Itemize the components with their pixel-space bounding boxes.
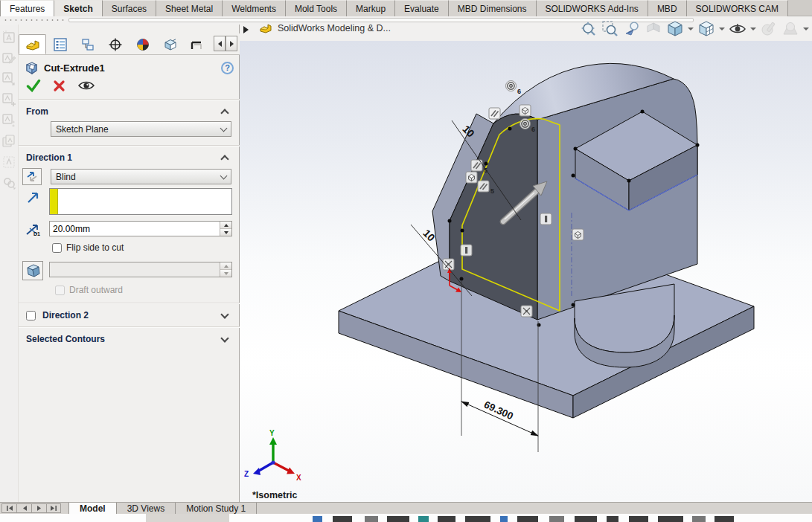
model-view[interactable]: 6 6 5 5 [240, 41, 812, 502]
reverse-direction-button[interactable] [22, 168, 42, 185]
help-button[interactable]: ? [221, 62, 234, 74]
spin-up-button[interactable] [220, 222, 231, 229]
zoom-to-area-icon[interactable] [601, 19, 620, 39]
relation-on-surface-icon[interactable] [572, 229, 584, 240]
relation-vertical-icon[interactable] [461, 245, 472, 256]
dimxpertmanager-tab[interactable] [101, 34, 129, 54]
flip-side-to-cut-row: Flip side to cut [52, 242, 124, 253]
tab-surfaces[interactable]: Surfaces [103, 0, 156, 16]
3d-views-tab[interactable]: 3D Views [117, 503, 176, 514]
scroll-left-icon [218, 41, 222, 47]
chain-tool-icon[interactable] [1, 175, 16, 191]
tab-weldments[interactable]: Weldments [223, 0, 286, 16]
draft-icon [25, 263, 41, 278]
featuremanager-design-tree-tab[interactable] [19, 34, 46, 54]
display-style-icon[interactable] [697, 19, 716, 39]
tab-solidworks-cam[interactable]: SOLIDWORKS CAM [687, 0, 788, 16]
previous-tab-button[interactable] [16, 503, 31, 513]
graphics-viewport[interactable]: 6 6 5 5 [240, 41, 812, 502]
property-manager-panel: Cut-Extrude1 ? From Sketch Plane Directi… [19, 25, 240, 502]
relation-on-surface-icon[interactable] [520, 105, 531, 116]
relation-concentric-icon[interactable] [506, 81, 517, 91]
tab-sheet-metal[interactable]: Sheet Metal [156, 0, 223, 16]
relation-coincident-icon[interactable] [521, 306, 532, 317]
next-tab-button[interactable] [31, 503, 46, 513]
from-section-header[interactable]: From [26, 105, 232, 118]
relation-on-surface-icon[interactable] [466, 172, 477, 183]
leader-note-tool-icon[interactable] [1, 71, 16, 87]
document-breadcrumb[interactable]: SolidWorks Modeling & D... [259, 22, 391, 34]
expand-chevron-icon [220, 310, 228, 318]
relation-tangent-icon[interactable] [489, 108, 500, 119]
draft-angle-input[interactable] [50, 262, 220, 277]
depth-input[interactable] [50, 222, 220, 236]
add-note-tool-icon[interactable] [1, 91, 16, 108]
direction2-section-header[interactable]: Direction 2 [26, 309, 232, 322]
direction1-section-header[interactable]: Direction 1 [26, 151, 232, 164]
relation-vertical-icon[interactable] [540, 213, 552, 225]
apply-scene-caret-icon[interactable] [803, 28, 809, 30]
hatch-note-tool-icon[interactable] [1, 154, 16, 170]
tab-mold-tools[interactable]: Mold Tools [286, 0, 347, 16]
tab-evaluate[interactable]: Evaluate [395, 0, 449, 16]
tab-mbd-dimensions[interactable]: MBD Dimensions [449, 0, 537, 16]
hide-show-items-caret-icon[interactable] [750, 28, 756, 30]
tab-scroll-left-button[interactable] [214, 36, 226, 51]
propertymanager-tab[interactable] [46, 34, 74, 54]
tab-markup[interactable]: Markup [347, 0, 395, 16]
hide-show-items-icon[interactable] [728, 19, 747, 39]
ok-button[interactable] [26, 79, 41, 94]
draft-outward-checkbox[interactable] [55, 286, 65, 295]
motion-study-tab[interactable]: Motion Study 1 [176, 503, 257, 514]
configurationmanager-tab[interactable] [74, 34, 101, 54]
tab-scroll-right-button[interactable] [226, 36, 237, 51]
cancel-button[interactable] [53, 80, 65, 94]
toolbar-grip[interactable] [3, 18, 65, 22]
last-tab-button[interactable] [46, 503, 61, 513]
direction2-checkbox[interactable] [26, 311, 36, 320]
edit-note-tool-icon[interactable] [1, 50, 16, 66]
spin-down-button[interactable] [220, 270, 231, 277]
previous-view-icon[interactable] [622, 19, 642, 39]
apply-scene-icon[interactable] [781, 19, 800, 39]
from-condition-dropdown[interactable]: Sketch Plane [51, 121, 231, 137]
direction-reference-selection-box[interactable] [49, 188, 232, 215]
spin-down-icon [224, 231, 228, 234]
relation-tangent-icon[interactable] [478, 181, 489, 192]
display-colorwheel-icon [135, 38, 151, 51]
breadcrumb-expand-icon[interactable] [243, 26, 249, 33]
end-condition-dropdown[interactable]: Blind [51, 169, 231, 184]
display-style-caret-icon[interactable] [719, 28, 725, 30]
view-orientation-icon[interactable] [665, 19, 685, 39]
confirmation-buttons [26, 79, 95, 94]
relation-concentric-icon[interactable] [520, 119, 531, 129]
flip-side-to-cut-checkbox[interactable] [52, 243, 62, 253]
active-selection-strip [50, 189, 58, 214]
tab-solidworks-add-ins[interactable]: SOLIDWORKS Add-Ins [537, 0, 648, 16]
cam-feature-tab[interactable] [156, 34, 184, 54]
hidden-panel-tab[interactable] [184, 34, 211, 54]
draft-button[interactable] [22, 261, 43, 280]
draft-angle-spin-field [49, 262, 232, 277]
draft-angle-spinner [220, 262, 231, 277]
tab-features[interactable]: Features [0, 0, 54, 16]
collapse-chevron-icon [220, 155, 228, 163]
model-tab[interactable]: Model [68, 503, 117, 514]
tab-mbd[interactable]: MBD [648, 0, 687, 16]
view-orientation-label: *Isometric [252, 490, 297, 500]
preview-eye-button[interactable] [77, 80, 95, 94]
section-view-icon[interactable] [644, 19, 663, 39]
copy-note-tool-icon[interactable] [1, 133, 16, 149]
divider [19, 99, 240, 100]
displaymanager-tab[interactable] [129, 34, 156, 54]
tab-sketch[interactable]: Sketch [54, 0, 102, 16]
first-tab-button[interactable] [1, 503, 16, 513]
note-tool-icon[interactable] [1, 29, 16, 45]
spin-down-button[interactable] [220, 229, 231, 236]
selected-contours-section-header[interactable]: Selected Contours [26, 332, 232, 346]
view-orientation-caret-icon[interactable] [688, 28, 694, 30]
note-pattern-tool-icon[interactable] [1, 112, 16, 129]
edit-appearance-icon[interactable] [759, 19, 779, 39]
spin-up-button[interactable] [220, 262, 231, 270]
zoom-to-fit-icon[interactable] [579, 19, 598, 39]
